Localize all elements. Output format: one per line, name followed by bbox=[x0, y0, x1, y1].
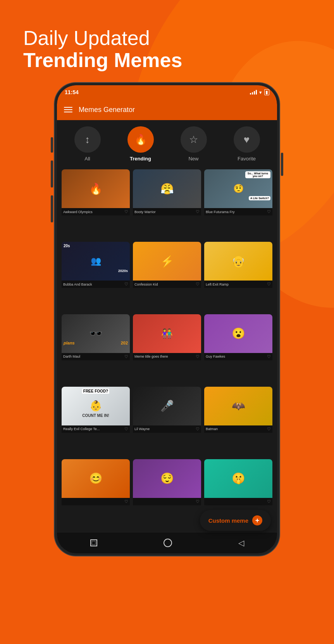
meme-title-memetitle: Meme title goes there bbox=[134, 355, 168, 358]
status-time: 11:54 bbox=[65, 89, 79, 95]
tab-trending-icon: 🔥 bbox=[127, 126, 154, 153]
heart-icon-memetitle[interactable]: ♡ bbox=[196, 354, 200, 359]
heart-icon-wayne[interactable]: ♡ bbox=[196, 427, 200, 432]
meme-label-booty: Booty Warrior ♡ bbox=[133, 208, 201, 215]
phone-frame: 11:54 ▾ ▮ bbox=[55, 83, 279, 556]
meme-card-confession[interactable]: ⚡ Confession Kid ♡ bbox=[133, 242, 201, 311]
power-button bbox=[281, 153, 283, 176]
tab-all[interactable]: ↕ All bbox=[74, 126, 101, 162]
count-me-in-text: COUNT ME IN! bbox=[82, 413, 109, 418]
bubba-text-bottom: 2020s bbox=[118, 269, 128, 273]
meme-label-futurama: Blue Futurama Fry ♡ bbox=[204, 208, 272, 215]
meme-card-futurama[interactable]: 🤨 So... What turns you on? A Lite Switch… bbox=[204, 169, 272, 239]
tab-all-label: All bbox=[84, 156, 90, 162]
meme-label-confession: Confession Kid ♡ bbox=[133, 281, 201, 288]
meme-label-leftexit: Left Exit Ramp ♡ bbox=[204, 281, 272, 288]
meme-title-really: Really Evil College Te... bbox=[63, 427, 100, 431]
meme-label-wayne: Lil Wayne ♡ bbox=[133, 425, 201, 433]
tab-favorite[interactable]: ♥ Favorite bbox=[234, 126, 260, 162]
meme-label-unknown3: ♡ bbox=[204, 498, 272, 505]
tab-trending[interactable]: 🔥 Trending bbox=[127, 126, 154, 162]
meme-thumbnail-bubba: 👥 20s 2020s bbox=[62, 242, 130, 281]
heart-icon-unknown3[interactable]: ♡ bbox=[267, 499, 271, 504]
heart-icon-guy[interactable]: ♡ bbox=[267, 354, 271, 359]
meme-title-darth: Darth Maul bbox=[63, 355, 80, 358]
meme-label-memetitle: Meme title goes there ♡ bbox=[133, 353, 201, 360]
phone-frame-wrapper: 11:54 ▾ ▮ bbox=[55, 83, 279, 556]
heart-icon-unknown2[interactable]: ♡ bbox=[196, 499, 200, 504]
meme-card-leftexit[interactable]: 👴 Left Exit Ramp ♡ bbox=[204, 242, 272, 311]
meme-title-leftexit: Left Exit Ramp bbox=[206, 282, 229, 286]
meme-thumbnail-unknown2: 😌 bbox=[133, 459, 201, 498]
meme-thumbnail-wayne: 🎤 bbox=[133, 387, 201, 425]
nav-recents-button[interactable]: □ bbox=[90, 539, 97, 546]
meme-card-batman[interactable]: 🦇 Batman ♡ bbox=[204, 387, 272, 456]
heart-icon-batman[interactable]: ♡ bbox=[267, 427, 271, 432]
heart-icon-awkward[interactable]: ♡ bbox=[124, 209, 128, 214]
category-tabs: ↕ All 🔥 Trending ☆ New ♥ Favorite bbox=[57, 120, 277, 165]
meme-card-unknown2[interactable]: 😌 ♡ bbox=[133, 459, 201, 529]
custom-meme-button[interactable]: Custom meme + bbox=[200, 510, 271, 531]
bubba-text-top: 20s bbox=[64, 244, 70, 248]
battery-icon: ▮ bbox=[264, 89, 269, 95]
meme-card-darth[interactable]: 🕶️ plans 202 Darth Maul ♡ bbox=[62, 314, 130, 384]
meme-card-lil-wayne[interactable]: 🎤 Lil Wayne ♡ bbox=[133, 387, 201, 456]
meme-title-wayne: Lil Wayne bbox=[134, 427, 150, 431]
meme-grid: 🔥 Awkward Olympics ♡ 😤 Booty Warrior ♡ bbox=[57, 165, 277, 532]
meme-card-meme-title[interactable]: 👫 Meme title goes there ♡ bbox=[133, 314, 201, 384]
meme-thumbnail-futurama: 🤨 So... What turns you on? A Lite Switch… bbox=[204, 169, 272, 208]
meme-card-booty-warrior[interactable]: 😤 Booty Warrior ♡ bbox=[133, 169, 201, 239]
plans-num: 202 bbox=[121, 341, 128, 345]
meme-thumbnail-booty: 😤 bbox=[133, 169, 201, 208]
meme-label-guy: Guy Fawkes ♡ bbox=[204, 353, 272, 360]
heart-icon-futurama[interactable]: ♡ bbox=[267, 209, 271, 214]
meme-card-bubba[interactable]: 👥 20s 2020s Bubba And Barack ♡ bbox=[62, 242, 130, 311]
meme-title-bubba: Bubba And Barack bbox=[63, 282, 92, 286]
meme-title-futurama: Blue Futurama Fry bbox=[206, 210, 235, 214]
status-bar: 11:54 ▾ ▮ bbox=[57, 85, 277, 99]
meme-card-awkward-olympics[interactable]: 🔥 Awkward Olympics ♡ bbox=[62, 169, 130, 239]
heart-icon-confession[interactable]: ♡ bbox=[196, 282, 200, 287]
tab-new-label: New bbox=[188, 156, 198, 162]
heart-icon-really[interactable]: ♡ bbox=[124, 427, 128, 432]
tab-favorite-label: Favorite bbox=[238, 156, 256, 162]
meme-thumbnail-unknown3: 🤫 bbox=[204, 459, 272, 498]
tab-favorite-icon: ♥ bbox=[234, 126, 260, 153]
meme-label-bubba: Bubba And Barack ♡ bbox=[62, 281, 130, 288]
tab-all-icon: ↕ bbox=[74, 126, 101, 153]
tab-new-icon: ☆ bbox=[181, 126, 207, 153]
tab-trending-label: Trending bbox=[130, 156, 151, 162]
meme-label-batman: Batman ♡ bbox=[204, 425, 272, 433]
nav-home-button[interactable] bbox=[164, 539, 172, 547]
menu-button[interactable] bbox=[64, 107, 72, 112]
meme-thumbnail-guy: 😮 bbox=[204, 314, 272, 353]
heart-icon-unknown1[interactable]: ♡ bbox=[124, 499, 128, 504]
meme-thumbnail-really: 👶 FREE FOOD? COUNT ME IN! bbox=[62, 387, 130, 425]
meme-thumbnail-awkward: 🔥 bbox=[62, 169, 130, 208]
phone-screen: 11:54 ▾ ▮ bbox=[57, 85, 277, 553]
heart-icon-bubba[interactable]: ♡ bbox=[124, 282, 128, 287]
heart-icon-leftexit[interactable]: ♡ bbox=[267, 282, 271, 287]
meme-thumbnail-darth: 🕶️ plans 202 bbox=[62, 314, 130, 353]
meme-card-really-evil[interactable]: 👶 FREE FOOD? COUNT ME IN! Really Evil Co… bbox=[62, 387, 130, 456]
meme-title-confession: Confession Kid bbox=[134, 282, 158, 286]
meme-label-unknown2: ♡ bbox=[133, 498, 201, 505]
meme-label-unknown1: ♡ bbox=[62, 498, 130, 505]
tab-new[interactable]: ☆ New bbox=[181, 126, 207, 162]
header-line1: Daily Updated bbox=[23, 27, 311, 49]
heart-icon-darth[interactable]: ♡ bbox=[124, 354, 128, 359]
meme-card-unknown1[interactable]: 😊 ♡ bbox=[62, 459, 130, 529]
meme-thumbnail-unknown1: 😊 bbox=[62, 459, 130, 498]
header-section: Daily Updated Trending Memes bbox=[0, 0, 334, 83]
volume-silent-button bbox=[51, 137, 53, 153]
nav-back-button[interactable]: ◁ bbox=[238, 538, 244, 548]
meme-title-booty: Booty Warrior bbox=[134, 210, 156, 214]
heart-icon-booty[interactable]: ♡ bbox=[196, 209, 200, 214]
header-line2: Trending Memes bbox=[23, 49, 311, 71]
meme-label-awkward: Awkward Olympics ♡ bbox=[62, 208, 130, 215]
navigation-bar: □ ◁ bbox=[57, 532, 277, 553]
app-bar: Memes Generator bbox=[57, 99, 277, 120]
meme-card-guy-fawkes[interactable]: 😮 Guy Fawkes ♡ bbox=[204, 314, 272, 384]
wifi-icon: ▾ bbox=[259, 90, 262, 95]
custom-meme-label: Custom meme bbox=[208, 517, 248, 524]
